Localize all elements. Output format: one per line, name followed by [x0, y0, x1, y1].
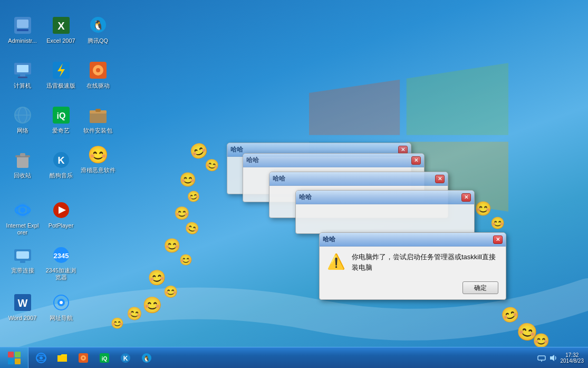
svg-point-56	[82, 357, 84, 359]
svg-rect-25	[17, 156, 28, 168]
dialog-d3-titlebar: 哈哈 ✕	[269, 172, 448, 186]
icon-network-label: 网络	[17, 127, 28, 134]
decor-emoji-5: 😊	[174, 206, 190, 221]
icon-potplayer-label: PotPlayer	[49, 222, 74, 229]
icon-softpkg-label: 软件安装包	[83, 127, 112, 134]
icon-mascot[interactable]: 😊 滑稽恶意软件	[78, 141, 118, 177]
decor-emoji-9: 😊	[147, 269, 167, 288]
icon-iqiyi[interactable]: iQ 爱奇艺	[41, 101, 81, 137]
svg-text:K: K	[57, 155, 64, 166]
icon-webnav-label: 网址导航	[50, 315, 73, 322]
dialog-main-message: 你电脑炸了，尝试启动任务管理器或taskkill直接装电脑	[352, 252, 498, 272]
dialog-d2: 哈哈 ✕	[295, 190, 475, 234]
svg-point-15	[96, 68, 100, 72]
icon-webnav[interactable]: 网址导航	[41, 289, 81, 325]
icon-browser234[interactable]: 2345 2345加速浏览器	[41, 241, 81, 284]
svg-rect-24	[95, 109, 101, 112]
dialog-main-title: 哈哈	[323, 235, 335, 244]
icon-broadband-label: 宽带连接	[11, 267, 34, 274]
icon-ie[interactable]: Internet Explorer	[3, 196, 42, 239]
svg-rect-49	[15, 358, 21, 364]
dialog-d3-close[interactable]: ✕	[435, 175, 445, 183]
icon-kugou-label: 酷狗音乐	[50, 172, 73, 179]
svg-rect-48	[8, 358, 14, 364]
dialog-main[interactable]: 哈哈 ✕ ⚠️ 你电脑炸了，尝试启动任务管理器或taskkill直接装电脑 确定	[319, 232, 506, 300]
icon-broadband[interactable]: 宽带连接	[3, 241, 42, 277]
icon-recycle[interactable]: 回收站	[3, 146, 42, 182]
svg-rect-63	[538, 356, 545, 360]
dialog-d2-title: 哈哈	[299, 193, 312, 202]
svg-rect-27	[20, 153, 25, 156]
dialog-d4-titlebar: 哈哈 ✕	[243, 154, 424, 167]
icon-excel2007[interactable]: X Excel 2007	[41, 12, 81, 48]
icon-234browser-label: 2345加速浏览器	[43, 267, 79, 281]
taskbar-iqiyi[interactable]: iQ	[95, 349, 114, 367]
svg-text:X: X	[57, 20, 65, 32]
svg-text:🐧: 🐧	[92, 20, 104, 31]
icon-qq-label: 腾讯QQ	[88, 37, 108, 44]
svg-point-52	[40, 356, 43, 360]
decor-emoji-14: 😊	[475, 201, 491, 217]
decor-emoji-10: 😊	[163, 285, 178, 299]
windows-start-icon	[7, 351, 22, 365]
desktop-icons: Administr... X Excel 2007 🐧 腾讯QQ 计算机 迅雷极…	[0, 5, 116, 343]
svg-rect-9	[20, 74, 25, 77]
dialog-d4-title: 哈哈	[246, 156, 259, 165]
icon-driver-label: 在线驱动	[86, 82, 110, 89]
decor-emoji-3: 😊	[179, 172, 196, 188]
icon-excel-label: Excel 2007	[46, 37, 75, 44]
svg-rect-46	[8, 352, 14, 357]
icon-admin-label: Administr...	[8, 37, 36, 44]
start-button[interactable]	[0, 347, 28, 369]
svg-rect-1	[17, 20, 28, 28]
svg-text:K: K	[123, 355, 128, 362]
dialog-d2-close[interactable]: ✕	[461, 193, 471, 202]
dialog-main-close[interactable]: ✕	[493, 235, 503, 244]
taskbar-clock: 17:32 2014/8/23	[561, 352, 584, 364]
decor-emoji-16: 😊	[499, 304, 521, 326]
icon-word-label: Word 2007	[8, 315, 37, 322]
icon-onlinedriver[interactable]: 在线驱动	[78, 56, 118, 92]
icon-softpkg[interactable]: 软件安装包	[78, 101, 118, 137]
decor-emoji-17: 😊	[515, 320, 539, 344]
svg-marker-65	[550, 355, 554, 361]
icon-kugou[interactable]: K 酷狗音乐	[41, 146, 81, 182]
icon-recycle-label: 回收站	[14, 172, 31, 179]
taskbar-qq[interactable]: 🐧	[137, 349, 156, 367]
icon-mascot-label: 滑稽恶意软件	[81, 167, 115, 174]
dialog-main-titlebar: 哈哈 ✕	[320, 233, 506, 247]
svg-rect-2	[17, 29, 28, 31]
icon-iqiyi-label: 爱奇艺	[52, 127, 70, 134]
taskbar: iQ K 🐧 17:32 2014/8/23	[0, 347, 588, 368]
svg-point-45	[60, 301, 63, 304]
taskbar-folder[interactable]	[53, 349, 72, 367]
dialog-ok-button[interactable]: 确定	[462, 281, 498, 294]
svg-rect-10	[18, 77, 27, 78]
svg-text:🐧: 🐧	[143, 355, 150, 362]
icon-network[interactable]: 网络	[3, 101, 42, 137]
icon-word2007[interactable]: W Word 2007	[3, 289, 42, 325]
icon-computer-label: 计算机	[14, 82, 31, 89]
decor-emoji-1: 😊	[187, 140, 210, 163]
icon-computer[interactable]: 计算机	[3, 56, 42, 92]
taskbar-speaker-icon	[549, 354, 557, 362]
dialog-main-body: ⚠️ 你电脑炸了，尝试启动任务管理器或taskkill直接装电脑	[320, 247, 506, 278]
taskbar-icon-group: iQ K 🐧	[28, 349, 533, 367]
taskbar-kugou[interactable]: K	[116, 349, 135, 367]
icon-potplayer[interactable]: PotPlayer	[41, 196, 81, 232]
dialog-d4-close[interactable]: ✕	[411, 156, 421, 165]
icon-admin[interactable]: Administr...	[3, 12, 42, 48]
icon-thunder[interactable]: 迅雷极速版	[41, 56, 81, 92]
taskbar-ie[interactable]	[32, 349, 51, 367]
decor-emoji-7: 😊	[163, 238, 180, 254]
svg-rect-37	[16, 251, 29, 259]
decor-emoji-12: 😊	[126, 305, 143, 322]
svg-text:iQ: iQ	[56, 111, 65, 120]
svg-text:W: W	[17, 297, 27, 309]
taskbar-driver[interactable]	[74, 349, 93, 367]
svg-rect-38	[20, 261, 25, 263]
taskbar-right: 17:32 2014/8/23	[533, 352, 589, 364]
icon-tencentqq[interactable]: 🐧 腾讯QQ	[78, 12, 118, 48]
dialog-d5-title: 哈哈	[230, 145, 243, 154]
svg-point-33	[20, 207, 25, 213]
